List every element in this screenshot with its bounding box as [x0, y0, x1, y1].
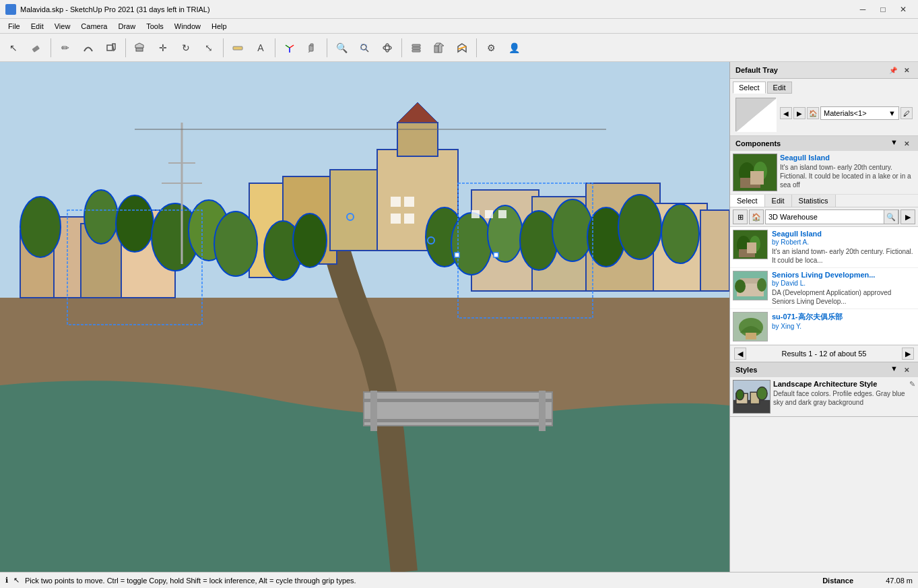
components-close-button[interactable]: ✕ — [900, 138, 913, 149]
zoom-window-tool[interactable] — [354, 37, 375, 59]
materials-sample-button[interactable]: 🖊 — [900, 107, 913, 119]
viewport[interactable] — [0, 62, 729, 572]
axes-tool[interactable] — [279, 37, 300, 59]
svg-point-95 — [757, 278, 766, 292]
rotate-tool[interactable]: ↻ — [175, 37, 197, 59]
materials-section: Select Edit ◀ ▶ 🏠 Materials< — [730, 79, 918, 136]
comp-tab-select[interactable]: Select — [730, 195, 765, 207]
menubar: FileEditViewCameraDrawToolsWindowHelp — [0, 19, 918, 34]
minimize-button[interactable]: ─ — [853, 3, 872, 16]
materials-tabs: Select Edit — [733, 81, 915, 94]
comp-tabs: Select Edit Statistics — [730, 195, 918, 207]
settings-tool[interactable]: ⚙ — [480, 37, 502, 59]
move-tool[interactable]: ✛ — [152, 37, 174, 59]
comp-tab-edit[interactable]: Edit — [765, 195, 792, 207]
search-view-toggles: ⊞ 🏠 — [733, 209, 764, 224]
statusbar-message: Pick two points to move. Ctrl = toggle C… — [25, 577, 356, 585]
comp-by-label-1: by — [772, 238, 779, 246]
svg-marker-4 — [135, 43, 143, 48]
menu-item-view[interactable]: View — [49, 21, 76, 32]
list-item[interactable]: Seniors Living Developmen... by David L.… — [730, 268, 918, 309]
tape-tool[interactable] — [227, 37, 249, 59]
comp-list-thumb-3 — [733, 312, 768, 341]
comp-list-thumb-2 — [733, 271, 768, 300]
toolbar-separator-6 — [401, 38, 402, 57]
materials-tab-edit[interactable]: Edit — [767, 81, 792, 94]
svg-point-48 — [116, 195, 154, 252]
styles-options-button[interactable]: ✎ — [909, 380, 915, 414]
styles-section: Styles ▼ ✕ — [730, 362, 918, 417]
shape-tool[interactable] — [100, 37, 122, 59]
layers-tool[interactable] — [405, 37, 427, 59]
zoom-tool[interactable]: 🔍 — [331, 37, 352, 59]
svg-rect-27 — [364, 399, 552, 402]
eraser-tool[interactable] — [26, 37, 47, 59]
results-nav: ◀ — [734, 348, 746, 360]
home-button[interactable]: 🏠 — [749, 209, 764, 224]
results-prev-button[interactable]: ◀ — [734, 348, 746, 360]
svg-rect-70 — [455, 253, 459, 257]
pencil-tool[interactable]: ✏ — [55, 37, 76, 59]
comp-list-by-1: by Robert A. — [772, 238, 915, 246]
comp-list-name-3: su-071-高尔夫俱乐部 — [772, 312, 915, 322]
titlebar-controls[interactable]: ─ □ ✕ — [853, 3, 913, 16]
svg-point-104 — [757, 387, 767, 400]
tray-close-button[interactable]: ✕ — [900, 65, 913, 75]
comp-author-link-3[interactable]: Xing Y. — [781, 323, 801, 330]
materials-back-button[interactable]: ◀ — [780, 107, 792, 119]
text-tool[interactable]: A — [250, 37, 271, 59]
arc-tool[interactable] — [77, 37, 99, 59]
search-submit-button[interactable]: 🔍 — [884, 209, 898, 224]
pushpull-tool[interactable] — [129, 37, 151, 59]
list-item[interactable]: Seagull Island by Robert A. It's an isla… — [730, 227, 918, 268]
styles-header[interactable]: Styles ▼ ✕ — [730, 362, 918, 377]
comp-tab-statistics[interactable]: Statistics — [792, 195, 836, 207]
svg-line-6 — [290, 45, 294, 48]
scale-tool[interactable]: ⤡ — [198, 37, 220, 59]
comp-author-link-2[interactable]: David L. — [781, 280, 806, 287]
list-item[interactable]: su-071-高尔夫俱乐部 by Xing Y. — [730, 309, 918, 345]
menu-item-tools[interactable]: Tools — [141, 21, 169, 32]
orbit-tool[interactable] — [376, 37, 398, 59]
statusbar-select-icon: ↖ — [13, 576, 20, 585]
materials-nav: ◀ ▶ 🏠 Materials<1> ▼ 🖊 — [780, 106, 913, 120]
grid-view-button[interactable]: ⊞ — [733, 209, 748, 224]
search-input[interactable] — [766, 213, 884, 221]
close-button[interactable]: ✕ — [894, 3, 913, 16]
components-header[interactable]: Components ▼ ✕ — [730, 136, 918, 151]
results-next-button[interactable]: ▶ — [902, 348, 914, 360]
select-tool[interactable]: ↖ — [3, 37, 24, 59]
menu-item-file[interactable]: File — [3, 21, 26, 32]
statusbar-distance: Distance 47.08 m — [822, 577, 913, 585]
sections-tool[interactable] — [451, 37, 473, 59]
search-options-button[interactable]: ▶ — [900, 209, 915, 224]
menu-item-edit[interactable]: Edit — [26, 21, 49, 32]
styles-label: Styles — [735, 366, 757, 374]
svg-point-11 — [361, 44, 366, 50]
menu-item-window[interactable]: Window — [169, 21, 206, 32]
svg-point-47 — [84, 190, 118, 244]
person-tool[interactable]: 👤 — [503, 37, 525, 59]
results-nav-right: ▶ — [902, 348, 914, 360]
svg-rect-28 — [364, 419, 552, 422]
comp-author-link-1[interactable]: Robert A. — [781, 238, 809, 246]
comp-list-by-3: by Xing Y. — [772, 323, 915, 330]
right-panel: Default Tray 📌 ✕ Select Edit — [729, 62, 918, 572]
tray-header-buttons[interactable]: 📌 ✕ — [887, 65, 913, 75]
materials-preview — [735, 98, 776, 131]
materials-forward-button[interactable]: ▶ — [793, 107, 806, 119]
materials-dropdown[interactable]: Materials<1> ▼ — [820, 106, 899, 120]
styles-close-button[interactable]: ✕ — [900, 364, 913, 375]
tray-pin-button[interactable]: 📌 — [887, 65, 899, 75]
components-tool[interactable] — [428, 37, 450, 59]
menu-item-draw[interactable]: Draw — [112, 21, 141, 32]
menu-item-help[interactable]: Help — [206, 21, 232, 32]
menu-item-camera[interactable]: Camera — [75, 21, 112, 32]
maximize-button[interactable]: □ — [874, 3, 892, 16]
materials-home-button[interactable]: 🏠 — [807, 107, 819, 119]
svg-point-55 — [451, 213, 492, 275]
svg-point-103 — [736, 389, 744, 399]
materials-tab-select[interactable]: Select — [733, 81, 766, 94]
styles-detail: Landscape Architecture Style Default fac… — [730, 377, 918, 416]
paint-tool[interactable] — [302, 37, 323, 59]
